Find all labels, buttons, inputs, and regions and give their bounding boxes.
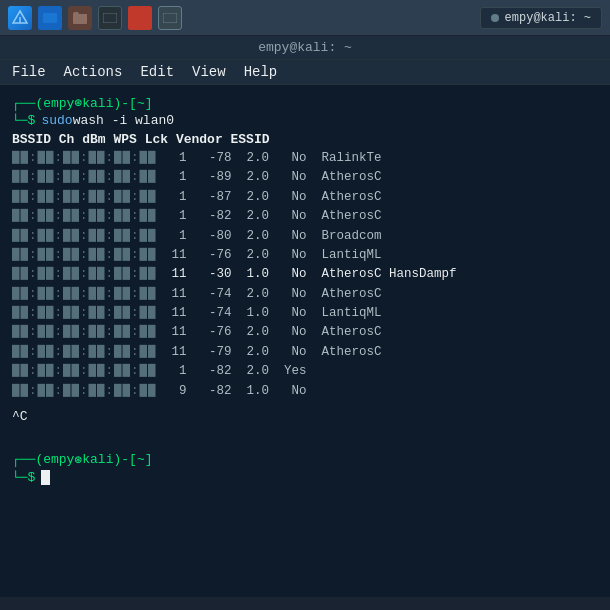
- table-row: ██:██:██:██:██:██ 11 -74 1.0 No LantiqML: [12, 304, 598, 323]
- menu-help[interactable]: Help: [244, 64, 278, 80]
- row-data: 11 -76 2.0 No LantiqML: [157, 248, 382, 262]
- table-row: ██:██:██:██:██:██ 11 -76 2.0 No LantiqML: [12, 246, 598, 265]
- taskbar-blue-icon[interactable]: [38, 6, 62, 30]
- table-row: ██:██:██:██:██:██ 1 -82 2.0 No AtherosC: [12, 207, 598, 226]
- row-data: 1 -82 2.0 Yes: [157, 364, 382, 378]
- table-header: BSSID Ch dBm WPS Lck Vendor ESSID: [12, 132, 598, 147]
- cmd-wash: wash -i wlan0: [73, 113, 174, 128]
- table-row: ██:██:██:██:██:██ 1 -80 2.0 No Broadcom: [12, 227, 598, 246]
- prompt-user: empy: [43, 96, 74, 111]
- bssid-cell: ██:██:██:██:██:██: [12, 287, 157, 301]
- table-row: ██:██:██:██:██:██ 9 -82 1.0 No: [12, 382, 598, 401]
- svg-rect-3: [103, 13, 117, 23]
- prompt-line-2: ┌──(empy⊛ kali)-[~]: [12, 452, 598, 468]
- prompt-line-3: └─$: [12, 470, 598, 485]
- svg-rect-5: [163, 13, 177, 23]
- table-row: ██:██:██:██:██:██ 1 -87 2.0 No AtherosC: [12, 188, 598, 207]
- cmd-sudo: sudo: [41, 113, 72, 128]
- col-ch: Ch: [59, 132, 82, 147]
- prompt-dollar: $: [28, 113, 36, 128]
- bssid-cell: ██:██:██:██:██:██: [12, 190, 157, 204]
- table-row: ██:██:██:██:██:██ 1 -89 2.0 No AtherosC: [12, 168, 598, 187]
- row-data: 11 -30 1.0 No AtherosC HansDampf: [157, 267, 457, 281]
- menu-view[interactable]: View: [192, 64, 226, 80]
- prompt-host: kali: [82, 96, 113, 111]
- table-row: ██:██:██:██:██:██ 1 -82 2.0 Yes: [12, 362, 598, 381]
- menu-edit[interactable]: Edit: [140, 64, 174, 80]
- row-data: 1 -89 2.0 No AtherosC: [157, 170, 382, 184]
- terminal-tab-dot: [491, 14, 499, 22]
- menu-actions[interactable]: Actions: [64, 64, 123, 80]
- bssid-cell: ██:██:██:██:██:██: [12, 364, 157, 378]
- row-data: 11 -76 2.0 No AtherosC: [157, 325, 382, 339]
- terminal-tab[interactable]: empy@kali: ~: [480, 7, 602, 29]
- row-data: 1 -80 2.0 No Broadcom: [157, 229, 382, 243]
- bssid-cell: ██:██:██:██:██:██: [12, 170, 157, 184]
- row-data: 9 -82 1.0 No: [157, 384, 382, 398]
- titlebar: empy@kali: ~: [0, 36, 610, 60]
- col-vendor: Vendor: [176, 132, 231, 147]
- prompt-line-1: ┌──(empy⊛ kali)-[~]: [12, 95, 598, 111]
- row-data: 1 -82 2.0 No AtherosC: [157, 209, 382, 223]
- terminal-tab-label: empy@kali: ~: [505, 11, 591, 25]
- col-essid: ESSID: [230, 132, 269, 147]
- bssid-cell: ██:██:██:██:██:██: [12, 267, 157, 281]
- table-rows: ██:██:██:██:██:██ 1 -78 2.0 No RalinkTe█…: [12, 149, 598, 401]
- command-line: └─$ sudo wash -i wlan0: [12, 113, 598, 128]
- bssid-cell: ██:██:██:██:██:██: [12, 306, 157, 320]
- table-row: ██:██:██:██:██:██ 11 -76 2.0 No AtherosC: [12, 323, 598, 342]
- col-dbm: dBm: [82, 132, 113, 147]
- kali-icon[interactable]: [8, 6, 32, 30]
- col-bssid: BSSID: [12, 132, 59, 147]
- row-data: 11 -74 1.0 No LantiqML: [157, 306, 382, 320]
- prompt-bracket-open: ┌──(: [12, 96, 43, 111]
- row-data: 1 -87 2.0 No AtherosC: [157, 190, 382, 204]
- taskbar-selected-icon[interactable]: [158, 6, 182, 30]
- menubar: File Actions Edit View Help: [0, 60, 610, 85]
- taskbar-dark-icon[interactable]: [98, 6, 122, 30]
- row-data: 11 -74 2.0 No AtherosC: [157, 287, 382, 301]
- table-row: ██:██:██:██:██:██ 11 -74 2.0 No AtherosC: [12, 285, 598, 304]
- col-lck: Lck: [145, 132, 176, 147]
- taskbar-red-icon[interactable]: [128, 6, 152, 30]
- bssid-cell: ██:██:██:██:██:██: [12, 151, 157, 165]
- col-wps: WPS: [113, 132, 144, 147]
- row-data: 1 -78 2.0 No RalinkTe: [157, 151, 382, 165]
- bssid-cell: ██:██:██:██:██:██: [12, 229, 157, 243]
- table-row: ██:██:██:██:██:██ 11 -30 1.0 No AtherosC…: [12, 265, 598, 284]
- svg-rect-2: [43, 13, 57, 23]
- svg-rect-4: [133, 13, 147, 23]
- ctrl-c: ^C: [12, 409, 598, 424]
- bssid-cell: ██:██:██:██:██:██: [12, 384, 157, 398]
- terminal[interactable]: ┌──(empy⊛ kali)-[~] └─$ sudo wash -i wla…: [0, 85, 610, 597]
- table-row: ██:██:██:██:██:██ 11 -79 2.0 No AtherosC: [12, 343, 598, 362]
- menu-file[interactable]: File: [12, 64, 46, 80]
- cursor: [41, 470, 50, 485]
- titlebar-text: empy@kali: ~: [258, 40, 352, 55]
- bssid-cell: ██:██:██:██:██:██: [12, 209, 157, 223]
- bssid-cell: ██:██:██:██:██:██: [12, 345, 157, 359]
- bssid-cell: ██:██:██:██:██:██: [12, 325, 157, 339]
- table-row: ██:██:██:██:██:██ 1 -78 2.0 No RalinkTe: [12, 149, 598, 168]
- row-data: 11 -79 2.0 No AtherosC: [157, 345, 382, 359]
- taskbar-folder-icon[interactable]: [68, 6, 92, 30]
- bssid-cell: ██:██:██:██:██:██: [12, 248, 157, 262]
- taskbar: empy@kali: ~: [0, 0, 610, 36]
- prompt-dir: ~: [137, 96, 145, 111]
